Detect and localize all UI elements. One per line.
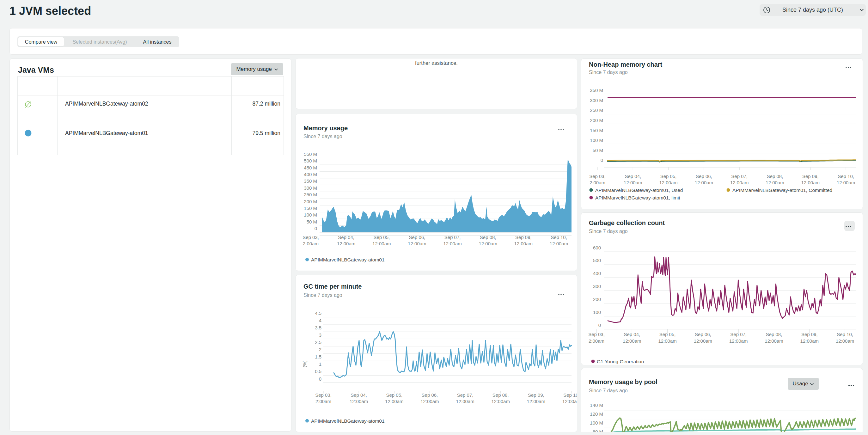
svg-text:APIMMarvelNLBGateway-atom02: APIMMarvelNLBGateway-atom02	[65, 100, 148, 107]
svg-text:600: 600	[593, 245, 601, 250]
svg-text:Sep 03,: Sep 03,	[303, 235, 319, 240]
svg-text:1: 1	[319, 361, 321, 367]
svg-text:80 M: 80 M	[593, 429, 603, 432]
svg-text:12:00am: 12:00am	[694, 338, 712, 344]
svg-text:Sep 05,: Sep 05,	[659, 332, 676, 337]
svg-text:500: 500	[593, 258, 601, 263]
svg-text:250 M: 250 M	[304, 192, 317, 197]
svg-text:0: 0	[319, 376, 321, 381]
svg-text:12:00am: 12:00am	[527, 399, 545, 404]
svg-text:Sep 09,: Sep 09,	[802, 174, 819, 179]
svg-text:0.5: 0.5	[315, 369, 321, 374]
svg-text:Sep 03,: Sep 03,	[588, 332, 605, 337]
svg-text:Sep 07,: Sep 07,	[731, 174, 748, 179]
svg-text:Sep 07,: Sep 07,	[444, 235, 461, 240]
svg-text:Sep 09,: Sep 09,	[528, 392, 544, 398]
svg-text:12:00am: 12:00am	[456, 399, 474, 404]
svg-text:12:00am: 12:00am	[492, 399, 510, 404]
svg-text:Sep 10,: Sep 10,	[563, 392, 577, 398]
svg-text:450 M: 450 M	[304, 165, 317, 170]
svg-text:500 M: 500 M	[304, 158, 317, 163]
svg-text:150 M: 150 M	[590, 128, 603, 133]
svg-text:Sep 04,: Sep 04,	[625, 174, 641, 179]
svg-text:12:00am: 12:00am	[514, 241, 533, 246]
svg-text:12:00am: 12:00am	[337, 241, 355, 246]
svg-text:12:00am: 12:00am	[729, 338, 748, 344]
svg-text:200 M: 200 M	[304, 199, 317, 204]
svg-text:Sep 03,: Sep 03,	[315, 392, 332, 398]
svg-text:300 M: 300 M	[304, 185, 317, 191]
svg-text:APIMMarvelNLBGateway-atom01: APIMMarvelNLBGateway-atom01	[311, 418, 385, 424]
svg-text:0: 0	[314, 226, 317, 231]
svg-text:3: 3	[319, 332, 321, 338]
svg-text:200: 200	[593, 297, 601, 302]
svg-text:Sep 06,: Sep 06,	[696, 174, 712, 179]
svg-text:12:00am: 12:00am	[350, 399, 368, 404]
svg-text:Sep 10,: Sep 10,	[837, 332, 853, 337]
svg-text:12:00am: 12:00am	[443, 241, 462, 246]
svg-text:2: 2	[319, 347, 321, 352]
svg-text:Sep 04,: Sep 04,	[338, 235, 354, 240]
svg-text:79.5 million: 79.5 million	[252, 130, 280, 136]
svg-text:APIMMarvelNLBGateway-atom01: APIMMarvelNLBGateway-atom01	[311, 257, 385, 262]
svg-text:12:00am: 12:00am	[800, 338, 819, 344]
svg-text:50 M: 50 M	[593, 148, 603, 153]
svg-text:Sep 05,: Sep 05,	[660, 174, 677, 179]
svg-text:12:00am: 12:00am	[385, 399, 403, 404]
svg-text:Sep 06,: Sep 06,	[422, 392, 438, 398]
svg-text:4.5: 4.5	[315, 310, 321, 316]
svg-text:100: 100	[593, 310, 601, 315]
svg-text:APIMMarvelNLBGateway-atom01, U: APIMMarvelNLBGateway-atom01, Used	[595, 187, 683, 193]
svg-text:3.5: 3.5	[315, 325, 321, 330]
svg-text:Sep 09,: Sep 09,	[801, 332, 818, 337]
svg-text:4: 4	[319, 318, 321, 323]
svg-text:Sep 07,: Sep 07,	[457, 392, 473, 398]
svg-text:Sep 06,: Sep 06,	[409, 235, 426, 240]
svg-text:12:00am: 12:00am	[408, 241, 426, 246]
svg-text:12:00am: 12:00am	[372, 241, 391, 246]
svg-text:100 M: 100 M	[304, 212, 317, 218]
svg-text:150 M: 150 M	[304, 206, 317, 211]
svg-text:100 M: 100 M	[590, 420, 603, 426]
svg-text:Sep 03,: Sep 03,	[589, 174, 606, 179]
svg-text:12:00am: 12:00am	[765, 338, 783, 344]
svg-text:100 M: 100 M	[590, 137, 603, 143]
svg-text:87.2 million: 87.2 million	[252, 100, 280, 107]
svg-text:12:00am: 12:00am	[562, 399, 577, 404]
svg-text:12:00am: 12:00am	[659, 180, 677, 185]
svg-text:12:00am: 12:00am	[550, 241, 568, 246]
svg-text:12:00am: 12:00am	[479, 241, 497, 246]
svg-text:12:00am: 12:00am	[730, 180, 748, 185]
svg-text:200 M: 200 M	[590, 118, 603, 123]
svg-text:G1 Young Generation: G1 Young Generation	[597, 359, 644, 364]
svg-text:350 M: 350 M	[304, 178, 317, 184]
svg-text:12:00am: 12:00am	[837, 180, 855, 185]
svg-text:12:00am: 12:00am	[421, 399, 439, 404]
svg-text:400: 400	[593, 271, 601, 276]
svg-text:12:00am: 12:00am	[623, 338, 641, 344]
svg-text:50 M: 50 M	[307, 219, 317, 224]
svg-text:Sep 04,: Sep 04,	[350, 392, 367, 398]
svg-text:Sep 10,: Sep 10,	[551, 235, 567, 240]
svg-text:140 M: 140 M	[590, 402, 603, 408]
svg-text:Sep 08,: Sep 08,	[493, 392, 509, 398]
svg-text:2.5: 2.5	[315, 340, 321, 345]
svg-text:Sep 08,: Sep 08,	[480, 235, 496, 240]
svg-text:12:00am: 12:00am	[695, 180, 713, 185]
svg-text:350 M: 350 M	[590, 88, 603, 93]
svg-text:APIMMarvelNLBGateway-atom01: APIMMarvelNLBGateway-atom01	[65, 130, 148, 136]
svg-text:12:00am: 12:00am	[836, 338, 854, 344]
svg-text:12:00am: 12:00am	[624, 180, 642, 185]
svg-text:250 M: 250 M	[590, 107, 603, 113]
svg-text:2:00am: 2:00am	[590, 180, 605, 185]
svg-text:Sep 09,: Sep 09,	[515, 235, 532, 240]
svg-text:0: 0	[598, 322, 601, 328]
svg-text:APIMMarvelNLBGateway-atom01, l: APIMMarvelNLBGateway-atom01, limit	[595, 195, 680, 200]
svg-text:300 M: 300 M	[590, 98, 603, 103]
svg-text:2:00am: 2:00am	[589, 338, 604, 344]
svg-text:2:00am: 2:00am	[315, 399, 331, 404]
svg-text:APIMMarvelNLBGateway-atom01, C: APIMMarvelNLBGateway-atom01, Committed	[733, 187, 832, 193]
svg-text:Sep 05,: Sep 05,	[386, 392, 402, 398]
svg-text:Sep 07,: Sep 07,	[730, 332, 747, 337]
svg-text:2:00am: 2:00am	[303, 241, 319, 246]
